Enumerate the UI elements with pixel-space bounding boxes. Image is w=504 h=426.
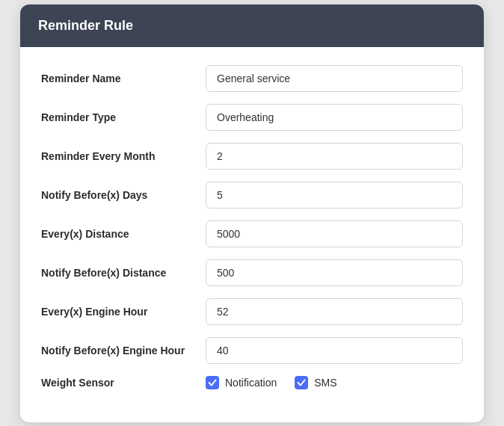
field-input-4[interactable] [206,220,463,247]
checkbox-group: NotificationSMS [206,376,463,389]
form-row: Reminder Every Month [41,143,463,170]
card-header: Reminder Rule [20,4,484,47]
sms-checkbox[interactable] [295,376,308,389]
field-input-1[interactable] [206,104,463,131]
field-input-5[interactable] [206,259,463,286]
field-input-0[interactable] [206,65,463,92]
field-label-6: Every(x) Engine Hour [41,306,206,318]
card-title: Reminder Rule [38,18,133,33]
notification-checkbox-item[interactable]: Notification [206,376,277,389]
sms-label: SMS [314,377,336,389]
field-label-5: Notify Before(x) Distance [41,267,206,279]
form-row: Reminder Type [41,104,463,131]
weight-sensor-row: Weight SensorNotificationSMS [41,376,463,389]
form-row: Reminder Name [41,65,463,92]
form-row: Notify Before(x) Days [41,182,463,209]
form-row: Notify Before(x) Engine Hour [41,337,463,364]
card-body: Reminder NameReminder TypeReminder Every… [20,47,484,422]
field-label-7: Notify Before(x) Engine Hour [41,345,206,356]
field-label-1: Reminder Type [41,111,206,123]
field-label-2: Reminder Every Month [41,150,206,162]
form-row: Every(x) Distance [41,220,463,247]
field-input-2[interactable] [206,143,463,170]
field-input-3[interactable] [206,182,463,209]
notification-label: Notification [225,377,277,389]
form-row: Every(x) Engine Hour [41,298,463,325]
field-input-7[interactable] [206,337,463,364]
reminder-rule-card: Reminder Rule Reminder NameReminder Type… [20,4,484,422]
weight-sensor-label: Weight Sensor [41,377,206,389]
sms-checkbox-item[interactable]: SMS [295,376,336,389]
notification-checkbox[interactable] [206,376,219,389]
field-label-4: Every(x) Distance [41,228,206,240]
field-input-6[interactable] [206,298,463,325]
form-row: Notify Before(x) Distance [41,259,463,286]
field-label-0: Reminder Name [41,72,206,84]
field-label-3: Notify Before(x) Days [41,189,206,201]
